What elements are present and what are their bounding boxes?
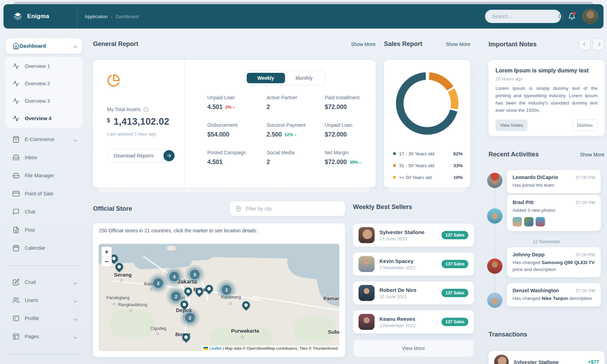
zoom-in-button[interactable]: + — [102, 247, 112, 257]
notes-prev-button[interactable] — [579, 38, 591, 50]
map-cluster-marker[interactable]: 2 — [171, 292, 181, 301]
breadcrumb-application[interactable]: Application — [85, 14, 108, 19]
seller-card[interactable]: Kevin Spacey 2 November 2021 137 Sales — [353, 253, 474, 276]
official-store-card: 250 Official stores in 21 countries, cli… — [93, 223, 345, 357]
city-label: Purwakarta — [231, 328, 259, 334]
sidebar-item-crud[interactable]: Crud — [6, 273, 82, 291]
map-cluster-marker[interactable]: 2 — [153, 278, 163, 288]
sidebar-item-label: Post — [25, 227, 35, 233]
sidebar-item-users[interactable]: Users — [6, 291, 82, 309]
notes-next-button[interactable] — [593, 38, 605, 50]
recent-activities-title: Recent Activities — [489, 151, 539, 158]
seller-card[interactable]: Sylvester Stallone 17 June 2020 137 Sale… — [353, 224, 474, 247]
general-report-show-more[interactable]: Show More — [351, 41, 376, 47]
sidebar-item-chat[interactable]: Chat — [6, 203, 82, 221]
sidebar-item-calendar[interactable]: Calendar — [6, 239, 82, 257]
recent-activities-header: Recent Activities Show More — [489, 151, 605, 158]
view-more-button[interactable]: View More — [353, 339, 474, 357]
activity-avatar — [487, 208, 502, 224]
map-cluster-marker[interactable]: 4 — [169, 272, 179, 281]
map-water — [133, 250, 193, 270]
city-label: Pandeglang — [106, 295, 130, 300]
zoom-out-button[interactable]: − — [102, 257, 112, 266]
info-icon[interactable] — [143, 107, 149, 112]
sidebar-divider — [7, 354, 81, 354]
sidebar-item-label: Point of Sale — [25, 191, 53, 196]
search-box[interactable] — [485, 10, 561, 23]
sales-badge: 137 Sales — [441, 260, 468, 268]
city-dot — [241, 336, 244, 338]
photo-thumbnail[interactable] — [536, 217, 545, 226]
transaction-amount: +$77 — [588, 359, 599, 364]
download-reports-button[interactable]: Download Reports — [107, 149, 176, 162]
note-card: Lorem Ipsum is simply dummy text 20 Hour… — [489, 60, 605, 136]
map-cluster-marker[interactable]: 2 — [222, 285, 231, 295]
leaflet-link[interactable]: Leaflet — [209, 346, 222, 350]
sidebar-item-overview-1[interactable]: Overview 1 — [6, 57, 82, 75]
sidebar-item-overview-4[interactable]: Overview 4 — [6, 110, 82, 127]
timeline-connector — [502, 266, 507, 267]
seller-avatar — [359, 256, 375, 272]
currency-symbol: $ — [107, 117, 110, 124]
activity-icon — [13, 98, 20, 104]
user-avatar[interactable] — [583, 9, 598, 24]
dismiss-button[interactable]: Dismiss — [572, 119, 598, 131]
sales-report-show-more[interactable]: Show More — [446, 41, 470, 47]
map-island — [167, 246, 176, 250]
sidebar-item-post[interactable]: Post — [6, 221, 82, 239]
legend-item: >= 50 Years old 10% — [393, 171, 463, 183]
sidebar-item-label: E-Commerce — [25, 137, 54, 142]
map-cluster-marker[interactable]: 5 — [190, 270, 200, 279]
edit-icon — [13, 279, 20, 286]
toggle-weekly[interactable]: Weekly — [247, 73, 285, 83]
photo-thumbnail[interactable] — [524, 217, 533, 226]
search-input[interactable] — [491, 13, 558, 20]
filter-by-city-box[interactable] — [230, 201, 345, 216]
ukraine-flag-icon — [203, 347, 208, 350]
sidebar-item-label: Users — [25, 297, 38, 303]
sales-report-header: Sales Report Show More — [384, 40, 470, 48]
map-cluster-marker[interactable]: 2 — [185, 313, 195, 323]
arrow-right-icon — [163, 150, 175, 161]
seller-card[interactable]: Keanu Reeves 1 November 2022 137 Sales — [353, 310, 474, 333]
view-notes-button[interactable]: View Notes — [495, 119, 528, 131]
stat-paid-installment: Paid Installment $72.000 — [325, 95, 362, 111]
activity-text: Added 3 new photos — [513, 207, 595, 214]
toggle-monthly[interactable]: Monthly — [285, 73, 323, 83]
sidebar-item-point-of-sale[interactable]: Point of Sale — [6, 185, 82, 203]
general-report-card: My Total Assets $ 1,413,102.02 Last upda… — [93, 60, 376, 187]
seller-name: Keanu Reeves — [379, 316, 415, 322]
sidebar-item-label: Overview 1 — [25, 63, 50, 69]
recent-activities-show-more[interactable]: Show More — [580, 152, 605, 157]
timeline-date-divider: 12 November — [489, 239, 605, 244]
delta-up-badge: 52% — [285, 132, 296, 137]
breadcrumb-dashboard[interactable]: Dashboard — [116, 14, 139, 19]
search-icon[interactable] — [558, 13, 564, 20]
official-store-title: Official Store — [93, 205, 132, 212]
photo-thumbnail[interactable] — [513, 217, 522, 226]
sidebar-item-inbox[interactable]: Inbox — [6, 148, 82, 166]
activity-avatar — [487, 258, 502, 274]
sidebar-item-file-manager[interactable]: File Manager — [6, 166, 82, 185]
note-body: Lorem Ipsum is simply dummy text of the … — [495, 85, 598, 114]
filter-by-city-input[interactable] — [245, 206, 340, 212]
seller-card[interactable]: Robert De Niro 20 June 2021 137 Sales — [353, 281, 474, 304]
sidebar-item-ecommerce[interactable]: E-Commerce — [6, 130, 82, 148]
sidebar-item-pages[interactable]: Pages — [6, 327, 82, 346]
id-card-icon — [13, 315, 20, 322]
map-green-area — [109, 310, 154, 338]
sales-badge: 137 Sales — [441, 231, 468, 239]
sidebar-item-dashboard[interactable]: Dashboard — [6, 38, 82, 54]
brand[interactable]: Enigma — [3, 4, 77, 29]
seller-date: 2 November 2021 — [379, 265, 415, 270]
store-locations-map[interactable]: Cilegon Serang Balaraja Pandeglang Rangk… — [99, 244, 339, 351]
map-pin-marker[interactable] — [240, 300, 251, 310]
sidebar-item-profile[interactable]: Profile — [6, 309, 82, 327]
sidebar-item-overview-3[interactable]: Overview 3 — [6, 92, 82, 110]
sidebar-item-overview-2[interactable]: Overview 2 — [6, 75, 82, 92]
sidebar-item-label: Chat — [25, 209, 36, 215]
activity-time: 07:00 PM — [576, 288, 595, 293]
stats-grid: Unpaid Loan 4.501 2% Active Partner 2 Pa… — [207, 95, 362, 177]
notifications-button[interactable] — [568, 13, 576, 20]
seller-avatar — [359, 314, 375, 330]
